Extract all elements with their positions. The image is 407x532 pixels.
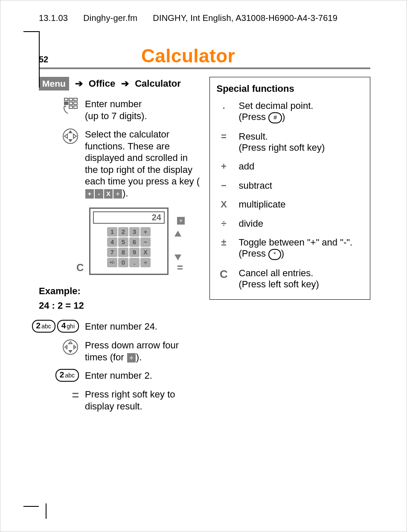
sf-symbol: + [217,161,231,172]
divide-icon: ÷ [113,189,122,199]
nav-key-icon [39,339,79,363]
page-title: Calculator [141,45,235,67]
divide-icon: ÷ [127,353,136,362]
sf-text: multiplicate [239,199,363,210]
svg-rect-2 [74,98,77,101]
key: X [140,248,151,257]
sf-text: divide [239,218,363,229]
soft-key-c: C [76,261,84,274]
svg-rect-6 [69,106,73,108]
calculator-screenshot: ÷ C = 24 1 2 3 + 4 [89,208,183,275]
svg-rect-1 [69,98,73,101]
key: 8 [118,248,128,257]
header-date: 13.1.03 [39,13,68,23]
svg-rect-5 [74,102,77,105]
example-step-text: Enter number 24. [85,320,157,333]
example-heading: Example: [39,285,200,297]
soft-key-equals: = [177,261,183,274]
document-header: 13.1.03 Dinghy-ger.fm DINGHY, Int Englis… [39,13,370,23]
svg-marker-11 [64,134,67,138]
key: 0 [118,258,128,267]
key: 7 [107,248,117,257]
sf-text: Toggle between "+" and "-". (Press *) [239,237,363,260]
special-functions-box: Special functions . Set decimal point. (… [209,77,371,300]
breadcrumb-calculator: Calculator [135,78,181,90]
svg-rect-7 [74,106,77,108]
menu-chip: Menu [39,77,69,91]
nav-key-icon [39,128,79,199]
sf-symbol: . [217,100,231,123]
plus-icon: + [85,189,94,199]
crop-mark [46,503,47,519]
example-step-text: Press right soft key to display result. [85,388,200,412]
arrow-icon: ➔ [75,78,83,90]
key: + [140,227,151,237]
header-docid: DINGHY, Int English, A31008-H6900-A4-3-7… [153,13,337,23]
title-row: 52 Calculator [39,45,370,69]
key: 6 [129,237,140,247]
svg-marker-9 [68,130,73,133]
sf-symbol: = [217,131,231,154]
svg-marker-12 [73,134,76,138]
times-icon: X [104,189,113,199]
sf-text: subtract [239,180,363,191]
operator-chip: ÷ [177,217,185,225]
calc-display: 24 [93,211,165,224]
page-number: 52 [39,55,141,64]
crop-mark [23,506,39,507]
svg-marker-17 [74,345,76,349]
svg-rect-0 [64,98,68,101]
sf-symbol: ± [217,237,231,260]
keypad-icon [39,97,79,122]
calc-keypad: 1 2 3 + 4 5 6 − 7 8 [93,227,165,267]
key: − [140,237,151,247]
key: 1 [107,227,117,237]
sf-text: add [239,161,363,172]
left-column: Menu ➔ Office ➔ Calculator Enter number … [39,77,200,418]
right-column: Special functions . Set decimal point. (… [209,77,371,418]
svg-rect-4 [69,102,73,105]
key: ÷ [140,258,151,267]
sf-text: Result. (Press right soft key) [239,131,363,154]
key: 5 [118,237,128,247]
sf-symbol: − [217,180,231,191]
down-arrow-icon [174,254,181,260]
hash-key-icon: # [268,112,282,123]
svg-rect-3 [64,102,68,105]
minus-icon: - [95,189,103,199]
key: 9 [129,248,140,257]
key: 4 [107,237,117,247]
key: 3 [129,227,140,237]
key: . [129,258,140,267]
example-step-text: Press down arrow four times (for ÷). [85,339,200,363]
key-2abc: 2abc [55,369,79,382]
arrow-icon: ➔ [121,78,129,90]
svg-marker-14 [69,342,72,344]
sf-text: Cancel all entries. (Press left soft key… [239,268,363,290]
sf-symbol: C [217,268,231,290]
key-4ghi: 4ghi [57,320,79,333]
header-filename: Dinghy-ger.fm [83,13,137,23]
crop-mark [23,31,40,88]
star-key-icon: * [268,249,281,260]
key-2abc: 2abc [32,320,55,333]
special-functions-title: Special functions [217,83,363,94]
key: 2 [118,227,128,237]
example-step-text: Enter number 2. [85,369,152,382]
svg-marker-15 [68,350,73,353]
instruction-enter-number: Enter number (up to 7 digits). [85,97,147,122]
sf-symbol: X [217,199,231,210]
instruction-select-function: Select the calculator functions. These a… [85,128,200,199]
equals-icon: = [39,388,79,412]
sf-text: Set decimal point. (Press #) [239,100,363,123]
sf-symbol: ÷ [217,218,231,229]
example-expression: 24 : 2 = 12 [39,300,200,312]
breadcrumb: Menu ➔ Office ➔ Calculator [39,77,200,91]
svg-marker-10 [68,139,73,142]
key: +/- [107,258,117,267]
page-container: 13.1.03 Dinghy-ger.fm DINGHY, Int Englis… [0,0,407,532]
breadcrumb-office: Office [89,78,115,90]
svg-marker-16 [65,345,67,349]
up-arrow-icon [174,231,181,237]
